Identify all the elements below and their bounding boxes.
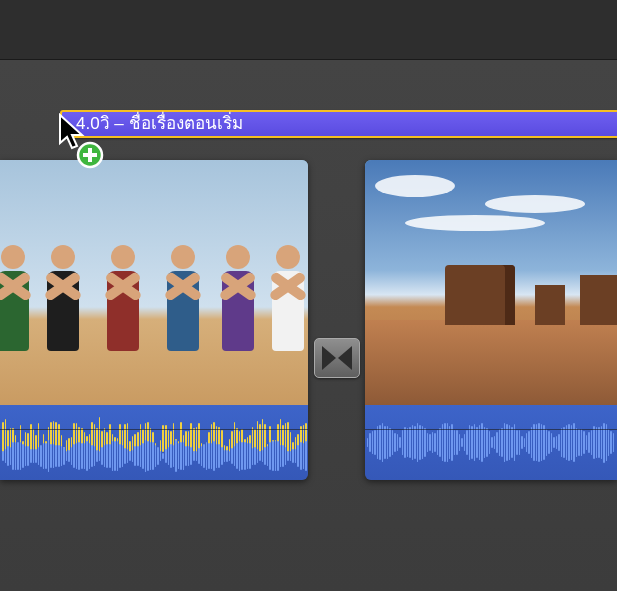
toolbar-background — [0, 0, 617, 60]
transition-cross-dissolve[interactable] — [314, 338, 360, 378]
clip-audio-waveform — [0, 405, 308, 480]
svg-rect-2 — [83, 153, 97, 157]
timeline[interactable]: 4.0วิ – ชื่อเรื่องตอนเริ่ม — [0, 60, 617, 591]
video-clip-2[interactable] — [365, 160, 617, 480]
title-overlay-clip[interactable]: 4.0วิ – ชื่อเรื่องตอนเริ่ม — [60, 110, 617, 138]
cross-dissolve-icon — [322, 346, 352, 370]
video-clip-1[interactable] — [0, 160, 308, 480]
clip-thumbnail — [0, 160, 308, 405]
clip-thumbnail — [365, 160, 617, 405]
title-overlay-label: 4.0วิ – ชื่อเรื่องตอนเริ่ม — [76, 114, 243, 133]
clip-audio-waveform — [365, 405, 617, 480]
